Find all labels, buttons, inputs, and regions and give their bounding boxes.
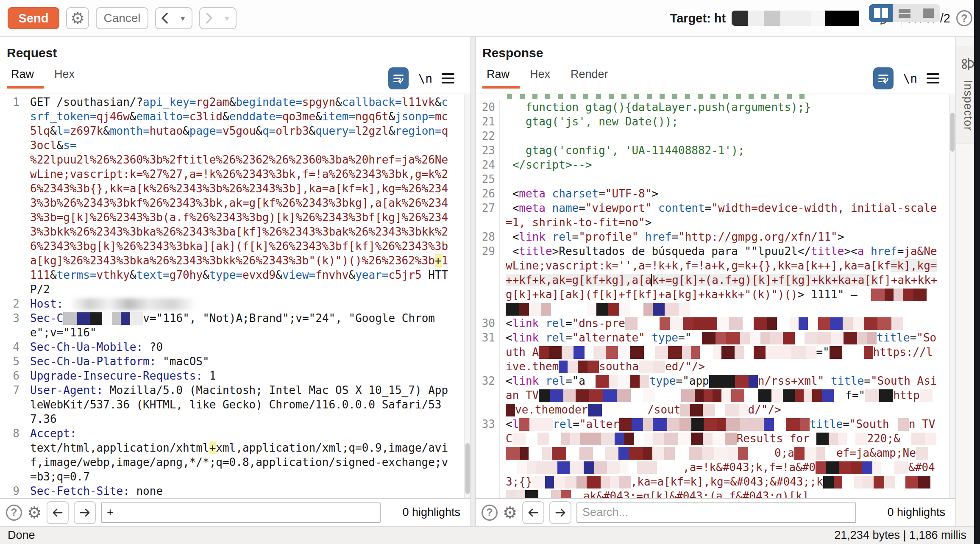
- tab-hex[interactable]: Hex: [526, 65, 560, 89]
- line-content[interactable]: Upgrade-Insecure-Requests: 1: [24, 369, 471, 383]
- tab-raw[interactable]: Raw: [482, 65, 520, 89]
- search-prev-button[interactable]: [522, 501, 544, 524]
- back-dropdown-icon[interactable]: ▾: [174, 8, 192, 28]
- code-line[interactable]: 7User-Agent: Mozilla/5.0 (Macintosh; Int…: [0, 383, 471, 426]
- code-line[interactable]: 9Sec-Fetch-Site: none: [0, 484, 471, 498]
- back-button-group[interactable]: ▾: [155, 7, 192, 29]
- code-line[interactable]: 23 gtag('config', 'UA-114408882-1');: [476, 143, 955, 158]
- search-next-button[interactable]: [549, 501, 571, 524]
- search-settings-icon[interactable]: ⚙: [503, 505, 517, 521]
- line-content[interactable]: [500, 129, 955, 143]
- line-content[interactable]: User-Agent: Mozilla/5.0 (Macintosh; Inte…: [24, 383, 471, 426]
- redaction-cell: [587, 361, 599, 373]
- tab-raw[interactable]: Raw: [7, 65, 44, 89]
- forward-button-group[interactable]: ▾: [199, 7, 237, 29]
- response-menu-icon[interactable]: [927, 73, 939, 83]
- request-menu-icon[interactable]: [442, 73, 454, 83]
- code-line[interactable]: 24 </script>-->: [476, 158, 955, 172]
- code-line[interactable]: 22: [476, 129, 955, 143]
- request-settings-button[interactable]: ⚙: [66, 7, 89, 29]
- code-line[interactable]: 30<link rel="dns-pre: [476, 316, 955, 330]
- tab-hex[interactable]: Hex: [50, 65, 85, 89]
- code-line[interactable]: 33<lrel="altertitle="Southn TV CResults …: [476, 417, 955, 498]
- request-header: Request RawHex \n: [0, 37, 471, 94]
- layout-single-button[interactable]: [916, 4, 940, 22]
- redaction-cell: [506, 461, 517, 474]
- help-icon[interactable]: ?: [956, 10, 972, 26]
- redaction-cell: [913, 289, 927, 301]
- code-line[interactable]: 8Accept: text/html,application/xhtml+xml…: [0, 426, 471, 484]
- code-line[interactable]: 3Sec-Cv="116", "Not)A;Brand";v="24", "Go…: [0, 311, 471, 340]
- tab-render[interactable]: Render: [566, 65, 618, 89]
- line-content[interactable]: Sec-Cv="116", "Not)A;Brand";v="24", "Goo…: [24, 311, 471, 340]
- cancel-button[interactable]: Cancel: [96, 7, 148, 29]
- search-prev-button[interactable]: [47, 501, 69, 524]
- line-content[interactable]: <link rel="dns-pre: [500, 316, 955, 330]
- line-content[interactable]: gtag('config', 'UA-114408882-1');: [500, 143, 955, 158]
- request-scrollbar[interactable]: [464, 94, 471, 498]
- request-scroll-thumb[interactable]: [465, 443, 470, 494]
- line-content[interactable]: <lrel="altertitle="Southn TV CResults fo…: [500, 417, 955, 498]
- send-button[interactable]: Send: [8, 7, 59, 29]
- code-line[interactable]: 5Sec-Ch-Ua-Platform: "macOS": [0, 354, 471, 369]
- code-line[interactable]: 32<link rel="atype="appn/rss+xml" title=…: [476, 374, 955, 417]
- redaction-cell: [545, 476, 554, 488]
- back-chevron-icon[interactable]: [156, 8, 174, 28]
- code-line[interactable]: 1GET /southasian/?api_key=rg2am&begindat…: [0, 95, 471, 297]
- redaction-cell: [619, 303, 630, 316]
- layout-rows-button[interactable]: [893, 4, 916, 22]
- line-content[interactable]: </script>-->: [500, 158, 955, 172]
- response-search-input[interactable]: [576, 502, 856, 523]
- newline-toggle[interactable]: \n: [418, 72, 432, 86]
- code-line[interactable]: 21 gtag('js', new Date());: [476, 114, 955, 129]
- search-settings-icon[interactable]: ⚙: [27, 505, 42, 521]
- code-line[interactable]: 31<link rel="alternate" type="title="Sou…: [476, 330, 955, 374]
- code-line[interactable]: 26 <meta charset="UTF-8">: [476, 186, 955, 201]
- line-content[interactable]: [500, 172, 955, 186]
- line-content[interactable]: gtag('js', new Date());: [500, 114, 955, 129]
- line-content[interactable]: Sec-Fetch-Site: none: [24, 484, 471, 498]
- code-line[interactable]: 20 function gtag(){dataLayer.push(argume…: [476, 100, 955, 114]
- search-help-icon[interactable]: ?: [6, 505, 22, 521]
- line-content[interactable]: Host:: [24, 297, 471, 311]
- target-label: Target:: [670, 11, 711, 25]
- code-line[interactable]: 4Sec-Ch-Ua-Mobile: ?0: [0, 340, 471, 354]
- code-line[interactable]: 2Host:: [0, 297, 471, 311]
- gear-icon: ⚙: [70, 10, 85, 26]
- line-content[interactable]: <meta charset="UTF-8">: [500, 186, 955, 201]
- line-content[interactable]: <meta name="viewport" content="width=dev…: [500, 201, 955, 230]
- panel-divider[interactable]: [471, 37, 476, 526]
- response-scrollbar[interactable]: [949, 94, 955, 498]
- response-scroll-thumb[interactable]: [950, 113, 955, 152]
- redaction-cell: [877, 317, 891, 330]
- line-content[interactable]: function gtag(){dataLayer.push(arguments…: [500, 100, 955, 114]
- line-content[interactable]: Sec-Ch-Ua-Mobile: ?0: [24, 340, 471, 354]
- redaction-cell: [563, 303, 576, 316]
- newline-toggle[interactable]: \n: [903, 72, 917, 86]
- response-editor[interactable]: 20 function gtag(){dataLayer.push(argume…: [476, 94, 955, 498]
- request-search-input[interactable]: [101, 502, 381, 523]
- request-editor[interactable]: 1GET /southasian/?api_key=rg2am&begindat…: [0, 94, 471, 498]
- redaction-cell: [605, 447, 618, 460]
- redaction-cell: [854, 476, 863, 488]
- line-number: 33: [476, 417, 500, 498]
- code-line[interactable]: 6Upgrade-Insecure-Requests: 1: [0, 369, 471, 383]
- line-content[interactable]: <title>Resultados de búsqueda para ""lpu…: [500, 244, 955, 316]
- line-content[interactable]: <link rel="alternate" type="title="South…: [500, 330, 955, 374]
- search-next-button[interactable]: [74, 501, 96, 524]
- response-code[interactable]: 20 function gtag(){dataLayer.push(argume…: [476, 99, 955, 498]
- line-content[interactable]: Accept: text/html,application/xhtml+xml,…: [24, 426, 471, 484]
- word-wrap-toggle[interactable]: [873, 67, 894, 89]
- word-wrap-toggle[interactable]: [388, 67, 409, 89]
- line-content[interactable]: <link rel="atype="appn/rss+xml" title="S…: [500, 374, 955, 417]
- line-content[interactable]: GET /southasian/?api_key=rg2am&begindate…: [24, 95, 471, 297]
- line-content[interactable]: <link rel="profile" href="http://gmpg.or…: [500, 230, 955, 244]
- code-line[interactable]: 25: [476, 172, 955, 186]
- search-help-icon[interactable]: ?: [482, 505, 498, 521]
- layout-columns-button[interactable]: [869, 4, 893, 22]
- line-content[interactable]: Sec-Ch-Ua-Platform: "macOS": [24, 354, 471, 369]
- code-line[interactable]: 29 <title>Resultados de búsqueda para ""…: [476, 244, 955, 316]
- code-line[interactable]: 27 <meta name="viewport" content="width=…: [476, 201, 955, 230]
- request-code[interactable]: 1GET /southasian/?api_key=rg2am&begindat…: [0, 94, 471, 498]
- code-line[interactable]: 28 <link rel="profile" href="http://gmpg…: [476, 230, 955, 244]
